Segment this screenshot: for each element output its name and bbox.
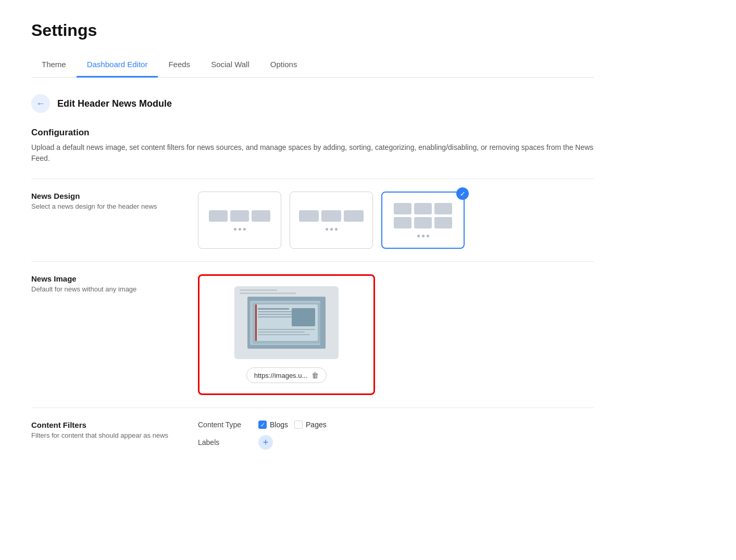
blogs-checkbox[interactable]: ✓: [258, 421, 267, 429]
tab-social-wall[interactable]: Social Wall: [201, 53, 260, 78]
svg-rect-12: [255, 304, 257, 341]
add-label-button[interactable]: +: [258, 435, 273, 450]
svg-rect-4: [258, 308, 289, 310]
dc-block: [434, 203, 452, 214]
img-line: [240, 289, 277, 291]
blogs-checkbox-item[interactable]: ✓ Blogs: [258, 421, 288, 429]
dc-dot: [417, 235, 420, 237]
pages-checkbox[interactable]: [294, 421, 303, 429]
back-arrow-icon: ←: [36, 98, 45, 109]
dc-block: [394, 203, 411, 214]
labels-label: Labels: [198, 438, 250, 447]
dc-block: [344, 210, 364, 222]
design-dots-2: [326, 228, 338, 231]
divider-1: [31, 179, 594, 179]
news-image-section: News Image Default for news without any …: [31, 274, 594, 395]
pages-checkbox-item[interactable]: Pages: [294, 421, 327, 429]
content-filters-desc: Filters for content that should appear a…: [31, 431, 177, 439]
tab-feeds[interactable]: Feeds: [158, 53, 201, 78]
content-type-label: Content Type: [198, 421, 250, 429]
dc-dot: [422, 235, 425, 237]
newspaper-image: [247, 297, 326, 349]
labels-row: Labels +: [198, 435, 327, 450]
labels-items: +: [258, 435, 273, 450]
news-design-label: News Design: [31, 192, 177, 200]
back-button[interactable]: ←: [31, 94, 50, 113]
svg-rect-11: [258, 334, 310, 335]
divider-3: [31, 408, 594, 408]
dc-block: [299, 210, 319, 222]
configuration-title: Configuration: [31, 128, 594, 138]
news-design-desc: Select a news design for the header news: [31, 202, 177, 210]
img-line: [240, 292, 296, 294]
svg-rect-7: [258, 316, 297, 317]
edit-module-title: Edit Header News Module: [57, 98, 172, 109]
design-grid-3: [394, 203, 452, 228]
dc-dot: [427, 235, 429, 237]
configuration-description: Upload a default news image, set content…: [31, 142, 594, 164]
newspaper-svg: [247, 297, 326, 349]
tab-dashboard-editor[interactable]: Dashboard Editor: [77, 53, 158, 78]
svg-rect-9: [258, 329, 315, 330]
content-filters-label: Content Filters: [31, 421, 177, 429]
back-header: ← Edit Header News Module: [31, 94, 594, 113]
design-card-3[interactable]: ✓: [381, 192, 465, 249]
pages-label: Pages: [306, 421, 327, 429]
divider-2: [31, 261, 594, 262]
selected-check-icon: ✓: [456, 187, 469, 200]
content-filters-label-group: Content Filters Filters for content that…: [31, 421, 177, 439]
plus-icon: +: [263, 437, 269, 448]
image-url-pill[interactable]: https://images.u... 🗑: [246, 367, 327, 383]
design-dots-1: [234, 228, 246, 231]
news-image-desc: Default for news without any image: [31, 285, 177, 293]
image-url-text: https://images.u...: [254, 372, 308, 379]
design-grid-1: [209, 210, 270, 222]
design-card-1[interactable]: [198, 192, 281, 249]
svg-rect-6: [258, 314, 294, 315]
design-grid-2: [299, 210, 364, 222]
dc-dot: [330, 228, 333, 231]
dc-dot: [326, 228, 328, 231]
page-title: Settings: [31, 21, 594, 40]
configuration-section: Configuration Upload a default news imag…: [31, 128, 594, 164]
content-type-items: ✓ Blogs Pages: [258, 421, 327, 429]
dc-block: [321, 210, 341, 222]
news-design-options: ✓: [198, 192, 594, 249]
content-filters-pairs: Content Type ✓ Blogs Pages Label: [198, 421, 327, 450]
news-image-label: News Image: [31, 274, 177, 283]
dc-dot: [239, 228, 241, 231]
news-image-label-group: News Image Default for news without any …: [31, 274, 177, 293]
dc-block: [394, 217, 411, 228]
news-image-highlight-box: https://images.u... 🗑: [198, 274, 375, 395]
dc-block: [434, 217, 452, 228]
design-dots-3: [417, 235, 429, 237]
dc-block: [414, 203, 432, 214]
delete-image-icon[interactable]: 🗑: [311, 371, 319, 379]
dc-block: [252, 210, 270, 222]
dc-block: [209, 210, 228, 222]
news-design-label-group: News Design Select a news design for the…: [31, 192, 177, 210]
svg-rect-10: [258, 332, 305, 333]
check-icon: ✓: [260, 422, 265, 428]
news-image-content: https://images.u... 🗑: [198, 274, 594, 395]
news-design-section: News Design Select a news design for the…: [31, 192, 594, 249]
blogs-label: Blogs: [270, 421, 288, 429]
dc-dot: [243, 228, 246, 231]
preview-lines: [240, 289, 333, 294]
dc-dot: [335, 228, 338, 231]
content-filters-section: Content Filters Filters for content that…: [31, 421, 594, 450]
dc-dot: [234, 228, 236, 231]
svg-rect-8: [292, 308, 315, 326]
news-image-preview: [234, 286, 339, 359]
design-card-2[interactable]: [290, 192, 373, 249]
tab-options[interactable]: Options: [260, 53, 308, 78]
dc-block: [230, 210, 249, 222]
dc-block: [414, 217, 432, 228]
tab-theme[interactable]: Theme: [31, 53, 77, 78]
tabs-nav: Theme Dashboard Editor Feeds Social Wall…: [31, 53, 594, 78]
content-type-row: Content Type ✓ Blogs Pages: [198, 421, 327, 429]
